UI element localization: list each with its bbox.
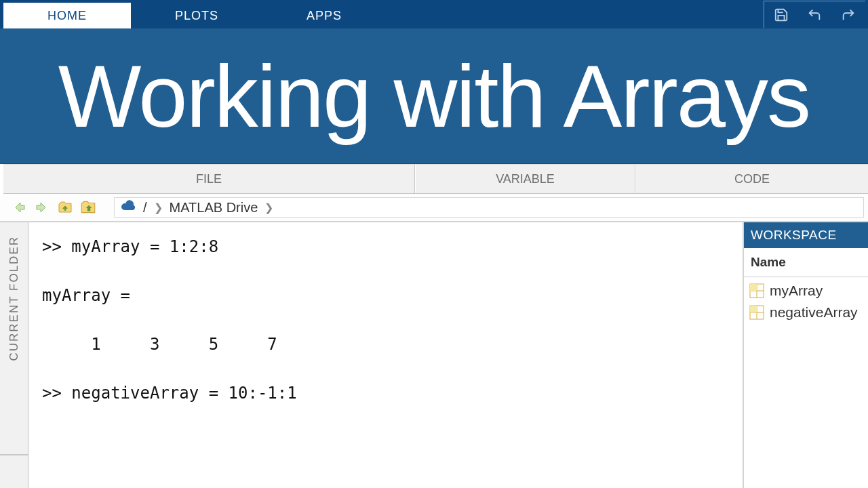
undo-button[interactable] (797, 1, 831, 28)
save-button[interactable] (764, 1, 797, 28)
chevron-right-icon: ❯ (264, 201, 273, 214)
variable-name: myArray (770, 283, 823, 299)
workspace-list: myArray negativeArray (744, 277, 868, 326)
breadcrumb-item[interactable]: MATLAB Drive (170, 200, 258, 216)
chevron-right-icon: ❯ (154, 201, 163, 214)
tab-apps[interactable]: APPS (262, 3, 386, 28)
folder-browse-icon (79, 199, 97, 216)
undo-icon (807, 7, 822, 22)
workspace-title[interactable]: WORKSPACE (744, 222, 868, 248)
cloud-icon (120, 199, 136, 216)
title-banner: Working with Arrays (0, 28, 868, 164)
sidebar-drag-handle[interactable] (0, 454, 28, 488)
variable-icon (749, 305, 764, 320)
banner-title: Working with Arrays (58, 45, 810, 147)
section-variable: VARIABLE (415, 165, 635, 193)
cmd-line: >> myArray = 1:2:8 (42, 237, 218, 256)
section-file: FILE (3, 165, 415, 193)
save-icon (774, 7, 789, 22)
cmd-line: 1 3 5 7 (42, 335, 277, 354)
workspace-column-header[interactable]: Name (744, 248, 868, 277)
svg-rect-3 (750, 284, 757, 291)
workspace-variable[interactable]: negativeArray (748, 302, 864, 323)
current-folder-panel[interactable]: CURRENT FOLDER (0, 222, 28, 488)
variable-icon (749, 283, 764, 298)
workspace-panel: WORKSPACE Name myArray negativeArray (743, 222, 868, 488)
cmd-line: myArray = (42, 286, 130, 305)
command-window[interactable]: >> myArray = 1:2:8 myArray = 1 3 5 7 >> … (28, 222, 743, 488)
main-area: CURRENT FOLDER >> myArray = 1:2:8 myArra… (0, 222, 868, 488)
breadcrumb-sep: / (143, 200, 147, 216)
arrow-right-icon (34, 199, 50, 216)
tabstrip-right-tools (764, 0, 868, 28)
redo-button[interactable] (831, 1, 865, 28)
path-navbar: / ❯ MATLAB Drive ❯ (0, 194, 868, 222)
ribbon-section-bar: FILE VARIABLE CODE (3, 164, 868, 194)
top-tabstrip: HOME PLOTS APPS (0, 0, 868, 28)
svg-rect-7 (750, 306, 757, 312)
variable-name: negativeArray (770, 304, 858, 321)
nav-forward-button[interactable] (33, 198, 52, 217)
breadcrumb[interactable]: / ❯ MATLAB Drive ❯ (114, 197, 864, 218)
current-folder-label: CURRENT FOLDER (7, 236, 21, 361)
arrow-left-icon (11, 199, 27, 216)
redo-icon (841, 7, 856, 22)
nav-browse-button[interactable] (79, 198, 98, 217)
folder-up-icon (57, 199, 73, 216)
tab-plots[interactable]: PLOTS (131, 3, 262, 28)
workspace-variable[interactable]: myArray (748, 280, 864, 302)
nav-up-button[interactable] (56, 198, 75, 217)
section-code: CODE (635, 165, 868, 193)
nav-back-button[interactable] (9, 198, 28, 217)
tab-home[interactable]: HOME (3, 3, 131, 28)
cmd-line: >> negativeArray = 10:-1:1 (42, 384, 297, 403)
